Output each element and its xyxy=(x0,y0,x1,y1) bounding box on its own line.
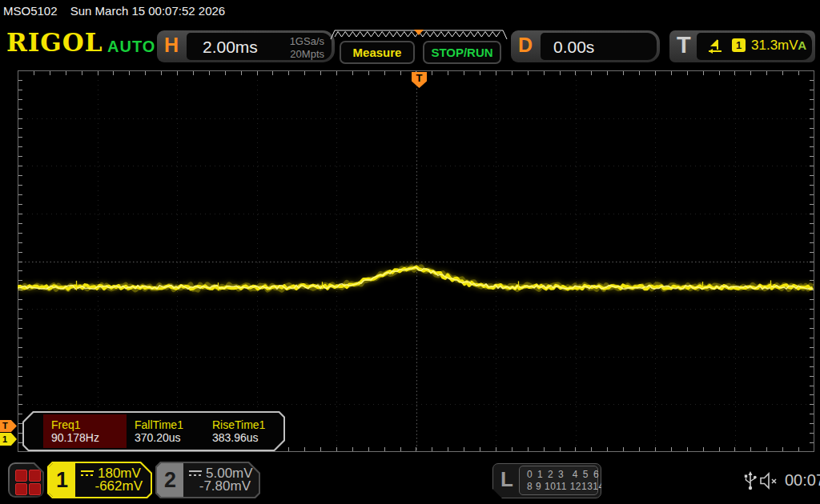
measurement-value: 383.96us xyxy=(212,431,259,444)
measurement-label: RiseTime1 xyxy=(212,418,265,431)
oscilloscope-screen: MSO5102 Sun March 15 00:07:52 2026 RIGOL… xyxy=(0,0,820,504)
delay-inner: 0.00s xyxy=(541,33,657,60)
d-label: D xyxy=(518,34,533,57)
horizontal-timebase-block[interactable]: H 2.00ms 1GSa/s 20Mpts xyxy=(157,30,335,62)
delay-block[interactable]: D 0.00s xyxy=(511,30,660,62)
sample-rate: 1GSa/s xyxy=(290,35,324,48)
top-status-bar: MSO5102 Sun March 15 00:07:52 2026 xyxy=(0,0,820,22)
trigger-level-value: 31.3mV xyxy=(751,38,798,54)
measurement-value: 90.178Hz xyxy=(51,431,99,444)
logic-channels-block[interactable]: L 0 1 2 3 4 5 6 7 8 9 1011 12131415 xyxy=(492,463,601,498)
menu-grid-icon xyxy=(10,464,42,496)
trigger-inner: 1 31.3mV A xyxy=(697,33,812,60)
clock-label: 00:07 xyxy=(785,471,820,490)
measurement-label: FallTime1 xyxy=(135,418,183,431)
channel1-block[interactable]: 1 180mV -662mV xyxy=(47,462,152,498)
measure-button[interactable]: Measure xyxy=(340,41,415,64)
menu-grid-button[interactable] xyxy=(8,462,44,498)
logic-digits-panel: 0 1 2 3 4 5 6 7 8 9 1011 12131415 xyxy=(519,466,598,495)
horizontal-inner: 2.00ms 1GSa/s 20Mpts xyxy=(187,33,332,60)
timebase-value: 2.00ms xyxy=(203,38,258,57)
waveform-preview-strip[interactable] xyxy=(329,29,508,41)
datetime-label: Sun March 15 00:07:52 2026 xyxy=(70,4,225,18)
dc-coupling-icon xyxy=(189,470,202,478)
measurement-value: 370.20us xyxy=(135,431,181,444)
channel2-number: 2 xyxy=(157,463,183,497)
trigger-level-marker[interactable]: T xyxy=(0,420,17,432)
measurement-item-risetime[interactable]: RiseTime1 383.96us xyxy=(204,414,282,448)
channel1-number: 1 xyxy=(49,463,75,497)
speaker-muted-icon xyxy=(759,472,782,490)
logic-digits-row2: 8 9 1011 12131415 xyxy=(527,481,616,492)
dc-coupling-icon xyxy=(81,470,94,478)
measurement-item-freq[interactable]: Freq1 90.178Hz xyxy=(43,414,127,448)
channel1-level-marker[interactable]: 1 xyxy=(0,433,17,446)
logic-digits-row1: 0 1 2 3 4 5 6 7 xyxy=(527,469,610,480)
logic-label: L xyxy=(500,467,513,492)
channel2-body: 2 5.00mV -7.80mV xyxy=(157,463,259,497)
measurement-panel: Freq1 90.178Hz FallTime1 370.20us RiseTi… xyxy=(22,411,285,451)
h-label: H xyxy=(164,34,179,57)
trigger-sweep-label: A xyxy=(798,38,806,52)
memory-depth: 20Mpts xyxy=(290,48,324,61)
delay-value: 0.00s xyxy=(553,38,594,57)
measurement-item-falltime[interactable]: FallTime1 370.20us xyxy=(127,414,204,448)
channel1-offset: -662mV xyxy=(94,478,143,494)
rigol-logo: RIGOL xyxy=(6,30,103,55)
measurement-label: Freq1 xyxy=(51,418,81,431)
trigger-block[interactable]: T 1 31.3mV A xyxy=(669,30,815,62)
run-stop-button[interactable]: STOP/RUN xyxy=(423,41,501,64)
model-label: MSO5102 xyxy=(3,4,58,18)
channel2-block[interactable]: 2 5.00mV -7.80mV xyxy=(155,462,260,498)
channel1-body: 1 180mV -662mV xyxy=(49,463,151,497)
t-label: T xyxy=(677,32,691,58)
measurement-panel-body: Freq1 90.178Hz FallTime1 370.20us RiseTi… xyxy=(24,413,283,450)
trigger-source-badge: 1 xyxy=(732,38,746,52)
channel2-offset: -7.80mV xyxy=(199,478,251,494)
sample-rate-value: 1GSa/s 20Mpts xyxy=(290,35,324,62)
acquisition-mode-label: AUTO xyxy=(107,38,155,56)
graticule-display xyxy=(18,70,814,452)
usb-icon xyxy=(744,470,757,491)
trigger-slope-icon xyxy=(706,37,724,54)
